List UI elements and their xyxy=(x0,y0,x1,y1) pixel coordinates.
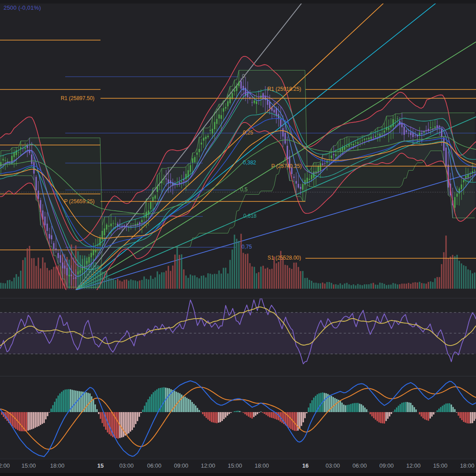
candle-body xyxy=(415,135,416,136)
macd-histogram-bar xyxy=(268,412,269,416)
time-axis-label[interactable]: 12:00 xyxy=(406,462,421,469)
macd-histogram-bar xyxy=(409,402,410,412)
volume-bar xyxy=(42,257,44,289)
candle-body xyxy=(219,115,220,119)
volume-bar xyxy=(415,282,416,289)
volume-bar xyxy=(219,271,220,289)
macd-histogram-bar xyxy=(312,400,313,412)
macd-histogram-bar xyxy=(246,412,248,416)
candle-body xyxy=(340,149,341,152)
time-axis-label[interactable]: 18:00 xyxy=(50,462,65,469)
macd-histogram-bar xyxy=(52,405,54,412)
candle-body xyxy=(18,152,19,153)
volume-bar xyxy=(435,278,436,289)
volume-bar xyxy=(236,239,238,289)
macd-histogram-bar xyxy=(375,412,376,420)
volume-bar xyxy=(271,269,273,289)
macd-histogram-bar xyxy=(121,412,123,438)
volume-bar xyxy=(243,253,244,289)
time-axis-label[interactable]: 15:00 xyxy=(22,462,36,469)
time-axis-label[interactable]: 03:00 xyxy=(119,462,134,469)
volume-bar xyxy=(3,283,4,289)
time-axis-label[interactable]: 12:00 xyxy=(0,462,10,469)
candle-body xyxy=(227,101,229,106)
macd-histogram-bar xyxy=(446,404,447,412)
macd-histogram-bar xyxy=(49,412,50,413)
macd-histogram-bar xyxy=(14,412,15,428)
macd-histogram-bar xyxy=(416,409,417,412)
macd-histogram-bar xyxy=(190,400,191,412)
candle-body xyxy=(468,174,469,178)
macd-histogram-bar xyxy=(319,393,320,412)
volume-bar xyxy=(274,257,275,289)
time-axis-label[interactable]: 18:00 xyxy=(255,462,269,469)
volume-bar xyxy=(144,276,145,289)
candle-body xyxy=(199,149,200,152)
candle-body xyxy=(36,177,37,190)
macd-histogram-bar xyxy=(239,411,241,412)
volume-bar xyxy=(113,279,114,289)
candle-body xyxy=(320,163,321,171)
time-axis-day-label[interactable]: 16 xyxy=(302,462,309,469)
chart-canvas[interactable] xyxy=(0,0,476,476)
time-axis-label[interactable]: 15:00 xyxy=(433,462,448,469)
macd-histogram-bar xyxy=(243,412,244,413)
volume-bar xyxy=(232,249,233,289)
pane-separator-oscillator[interactable] xyxy=(0,298,476,298)
candle-body xyxy=(166,178,167,179)
time-axis-label[interactable]: 03:00 xyxy=(326,462,340,469)
volume-bar xyxy=(212,275,213,289)
time-axis-label[interactable]: 06:00 xyxy=(353,462,367,469)
candle-body xyxy=(181,181,182,182)
macd-histogram-bar xyxy=(324,393,325,412)
volume-bar xyxy=(29,246,30,289)
candle-body xyxy=(454,197,456,208)
volume-bar xyxy=(472,273,473,289)
volume-bar xyxy=(177,246,178,289)
pane-separator-macd[interactable] xyxy=(0,376,476,376)
time-axis-day-label[interactable]: 15 xyxy=(97,462,104,469)
time-axis-label[interactable]: 06:00 xyxy=(147,462,162,469)
volume-bar xyxy=(397,284,398,289)
volume-bar xyxy=(285,265,286,289)
macd-histogram-bar xyxy=(379,412,380,422)
macd-histogram-bar xyxy=(75,390,77,412)
volume-bar xyxy=(241,234,242,289)
candle-body xyxy=(115,224,116,224)
time-axis-label[interactable]: 09:00 xyxy=(174,462,189,469)
macd-histogram-bar xyxy=(386,412,387,421)
volume-bar xyxy=(470,270,471,289)
candle-body xyxy=(106,224,108,230)
macd-histogram-bar xyxy=(102,412,103,423)
time-axis[interactable]: 12:0015:0018:001503:0006:0009:0012:0015:… xyxy=(0,459,476,473)
candle-body xyxy=(296,181,297,184)
candle-body xyxy=(435,126,436,128)
candle-body xyxy=(139,223,141,224)
volume-bar xyxy=(324,283,326,289)
volume-bar xyxy=(47,268,48,289)
volume-bar xyxy=(441,264,443,289)
macd-histogram-bar xyxy=(333,397,334,412)
volume-bar xyxy=(7,280,8,289)
volume-bar xyxy=(439,277,440,289)
macd-histogram-bar xyxy=(377,412,378,421)
macd-histogram-bar xyxy=(347,405,348,412)
volume-bar xyxy=(205,278,207,289)
candle-body xyxy=(371,137,372,139)
candle-body xyxy=(93,249,94,255)
time-axis-label[interactable]: 09:00 xyxy=(379,462,394,469)
candle-body xyxy=(470,173,471,174)
time-axis-label[interactable]: 18:00 xyxy=(460,462,475,469)
macd-histogram-bar xyxy=(414,407,415,412)
candle-body xyxy=(349,144,350,147)
macd-histogram-bar xyxy=(149,397,151,412)
macd-histogram-bar xyxy=(98,412,100,414)
symbol-legend[interactable]: 2500 (-0,01%) xyxy=(4,4,41,11)
macd-histogram-bar xyxy=(331,396,332,412)
volume-bar xyxy=(221,274,222,289)
candle-body xyxy=(421,133,423,134)
time-axis-label[interactable]: 12:00 xyxy=(201,462,216,469)
macd-histogram-bar xyxy=(370,412,371,414)
candle-body xyxy=(73,278,74,279)
time-axis-label[interactable]: 15:00 xyxy=(228,462,242,469)
